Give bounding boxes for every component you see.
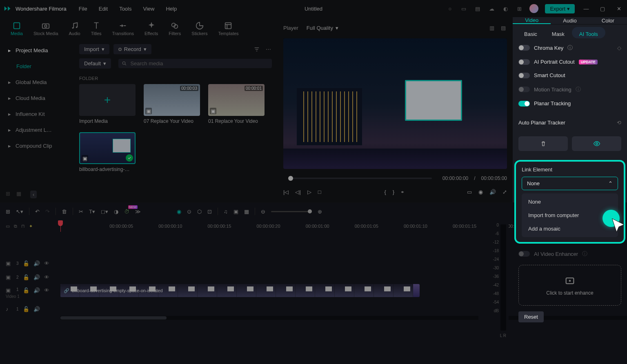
bin-view-icon[interactable]: ▦ bbox=[16, 191, 24, 198]
snapshot-timeline-icon[interactable]: ▦ bbox=[244, 209, 249, 215]
toggle-motion-tracking[interactable] bbox=[518, 87, 530, 92]
toggle-planar-tracking[interactable] bbox=[518, 101, 530, 107]
link-option-none[interactable]: None bbox=[523, 195, 616, 209]
tab-templates[interactable]: Templates bbox=[216, 20, 241, 40]
collapse-sidebar-button[interactable]: ‹ bbox=[30, 191, 37, 198]
sort-dropdown[interactable]: Default▾ bbox=[79, 58, 111, 69]
zoom-in-icon[interactable]: ⊕ bbox=[318, 209, 322, 215]
sidebar-item-influence-kit[interactable]: ▸Influence Kit bbox=[3, 107, 70, 121]
maximize-button[interactable]: ▢ bbox=[598, 4, 607, 13]
link-tracks-icon[interactable]: ⧉ bbox=[14, 224, 17, 229]
tab-media[interactable]: Media bbox=[8, 20, 25, 40]
sub-tab-basic[interactable]: Basic bbox=[517, 27, 545, 38]
undo-icon[interactable]: ↶ bbox=[35, 209, 40, 215]
menu-help[interactable]: Help bbox=[166, 6, 177, 12]
mute-icon[interactable]: 🔊 bbox=[33, 260, 40, 266]
view-tracker-button[interactable] bbox=[572, 136, 621, 151]
fullscreen-icon[interactable]: ⤢ bbox=[502, 189, 507, 195]
search-input[interactable] bbox=[130, 60, 269, 67]
render-icon[interactable]: ▣ bbox=[233, 209, 238, 215]
start-enhance-button[interactable]: Click to start enhance bbox=[518, 265, 621, 306]
image-icon[interactable]: ▨ bbox=[500, 24, 507, 31]
sidebar-item-cloud-media[interactable]: ▸Cloud Media bbox=[3, 91, 70, 105]
tab-titles[interactable]: Titles bbox=[89, 20, 104, 40]
sub-tab-ai-tools[interactable]: AI Tools bbox=[572, 27, 605, 38]
eye-icon[interactable]: 👁 bbox=[44, 274, 51, 280]
mute-icon[interactable]: 🔊 bbox=[33, 306, 40, 312]
stop-button[interactable]: □ bbox=[318, 189, 321, 195]
menu-view[interactable]: View bbox=[143, 6, 154, 12]
thumb-import-media[interactable]: + Import Media bbox=[79, 84, 136, 124]
mark-in-button[interactable]: { bbox=[384, 189, 386, 195]
menu-edit[interactable]: Edit bbox=[99, 6, 108, 12]
lock-icon[interactable]: 🔓 bbox=[23, 306, 29, 312]
link-element-dropdown[interactable]: None ⌃ bbox=[522, 177, 618, 190]
text-icon[interactable]: T▾ bbox=[89, 209, 95, 215]
filter-icon[interactable] bbox=[253, 46, 260, 53]
cloud-icon[interactable]: ☁ bbox=[488, 5, 495, 12]
play-button[interactable]: ▷ bbox=[307, 189, 311, 195]
sidebar-item-adjustment-layer[interactable]: ▸Adjustment L… bbox=[3, 123, 70, 137]
zoom-slider[interactable] bbox=[271, 211, 312, 212]
zoom-handle[interactable] bbox=[308, 209, 312, 213]
thumb-clip-selected[interactable]: ▣ billboard-advertising-… bbox=[79, 132, 136, 172]
link-option-import[interactable]: Import from computer bbox=[523, 209, 616, 222]
user-avatar[interactable] bbox=[529, 4, 538, 13]
refresh-icon[interactable]: ⟲ bbox=[617, 120, 621, 126]
scrub-handle[interactable] bbox=[288, 176, 293, 181]
sidebar-item-project-media[interactable]: ▸Project Media bbox=[3, 43, 70, 58]
sidebar-item-folder[interactable]: Folder bbox=[3, 59, 70, 73]
delete-icon[interactable]: 🗑 bbox=[62, 209, 67, 215]
import-dropdown[interactable]: Import▾ bbox=[79, 44, 109, 54]
search-box[interactable] bbox=[118, 59, 272, 68]
minimize-button[interactable]: — bbox=[581, 4, 591, 13]
save-icon[interactable]: ▤ bbox=[474, 5, 481, 12]
layout-icon[interactable]: ▭ bbox=[460, 5, 467, 12]
scrollbar-thumb[interactable] bbox=[60, 316, 167, 320]
mute-icon[interactable]: 🔊 bbox=[33, 274, 40, 280]
more-tools-icon[interactable]: ≫ bbox=[135, 209, 141, 215]
quality-dropdown[interactable]: Full Quality ▾ bbox=[307, 25, 338, 31]
monitor-icon[interactable]: ▭ bbox=[467, 189, 472, 195]
tab-transitions[interactable]: Transitions bbox=[110, 20, 136, 40]
pointer-tool-icon[interactable]: ↖▾ bbox=[16, 209, 23, 215]
crop-icon[interactable]: ◻▾ bbox=[101, 209, 108, 215]
step-back-button[interactable]: ◁| bbox=[295, 189, 300, 195]
volume-icon[interactable]: 🔊 bbox=[489, 189, 496, 195]
menu-file[interactable]: File bbox=[79, 6, 87, 12]
tab-stock-media[interactable]: Stock Media bbox=[31, 20, 61, 40]
track-options-icon[interactable]: ▭ bbox=[6, 224, 10, 229]
inspector-tab-audio[interactable]: Audio bbox=[551, 17, 589, 24]
toggle-smart-cutout[interactable] bbox=[518, 73, 530, 78]
eye-icon[interactable]: 👁 bbox=[44, 287, 51, 293]
tab-filters[interactable]: Filters bbox=[166, 20, 183, 40]
inspector-tab-video[interactable]: Video bbox=[513, 17, 551, 24]
new-folder-icon[interactable]: ⊞ bbox=[6, 191, 13, 198]
compare-view-icon[interactable]: ▥ bbox=[488, 24, 496, 31]
split-icon[interactable]: ✂ bbox=[79, 209, 83, 215]
sidebar-item-compound-clip[interactable]: ▸Compound Clip bbox=[3, 139, 70, 153]
export-button[interactable]: Export▾ bbox=[545, 4, 575, 13]
mark-out-button[interactable]: } bbox=[393, 189, 394, 195]
snapshot-icon[interactable]: ◉ bbox=[478, 189, 483, 195]
tab-effects[interactable]: Effects bbox=[142, 20, 160, 40]
toggle-track-icon[interactable]: ⊡ bbox=[207, 209, 212, 215]
headset-icon[interactable]: ◐ bbox=[502, 5, 509, 12]
marker-icon[interactable]: ⬡ bbox=[197, 209, 202, 215]
lock-icon[interactable]: 🔓 bbox=[23, 260, 29, 266]
crop-icon[interactable]: ⧞ bbox=[401, 189, 404, 195]
preview-viewport[interactable] bbox=[283, 38, 507, 169]
thumb-clip[interactable]: 00:00:03 ▣ 07 Replace Your Video bbox=[144, 84, 200, 124]
toggle-ai-portrait[interactable] bbox=[518, 59, 530, 65]
tab-audio[interactable]: Audio bbox=[67, 20, 83, 40]
layout-icon[interactable]: ⊞ bbox=[6, 209, 10, 215]
inspector-tab-color[interactable]: Color bbox=[589, 17, 627, 24]
link-option-mosaic[interactable]: Add a mosaic bbox=[523, 222, 616, 235]
menu-tools[interactable]: Tools bbox=[119, 6, 131, 12]
playhead[interactable] bbox=[60, 220, 61, 232]
info-icon[interactable]: ⓘ bbox=[567, 44, 573, 51]
speed-icon[interactable]: ⏱NEW bbox=[124, 209, 129, 215]
voiceover-icon[interactable]: ◉ bbox=[177, 209, 181, 215]
timeline-clip[interactable]: 🔗 billboard-advertising-empty-space-on-i… bbox=[60, 284, 420, 297]
thumb-clip[interactable]: 00:00:01 ▣ 01 Replace Your Video bbox=[208, 84, 265, 124]
